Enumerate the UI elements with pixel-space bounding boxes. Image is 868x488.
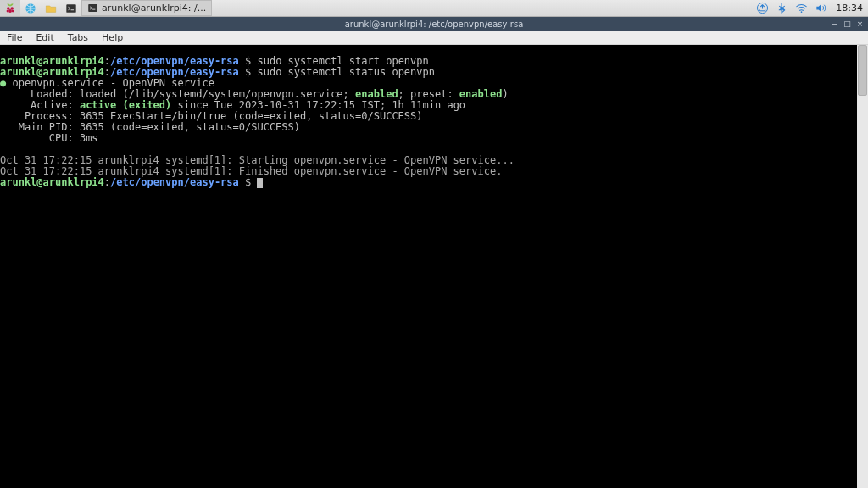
volume-icon[interactable] [815, 2, 827, 14]
svg-point-1 [10, 7, 14, 10]
prompt-user: arunkl@arunklrpi4 [0, 66, 104, 78]
svg-point-2 [8, 9, 12, 13]
svg-rect-6 [66, 4, 75, 13]
command-start: sudo systemctl start openvpn [257, 55, 428, 67]
file-manager-launcher[interactable] [41, 0, 61, 16]
raspberry-pi-icon [4, 3, 16, 14]
terminal-scrollbar[interactable] [857, 45, 868, 488]
svg-point-3 [7, 9, 9, 12]
panel-clock[interactable]: 18:34 [834, 3, 863, 14]
prompt-user: arunkl@arunklrpi4 [0, 55, 104, 67]
web-browser-launcher[interactable] [20, 0, 41, 16]
menu-tabs[interactable]: Tabs [61, 31, 95, 44]
terminal-viewport[interactable]: arunkl@arunklrpi4:/etc/openvpn/easy-rsa … [0, 45, 868, 488]
status-process: Process: 3635 ExecStart=/bin/true (code=… [0, 110, 423, 122]
status-active: active (exited) [80, 99, 171, 111]
system-panel: arunkl@arunklrpi4: /... 18:34 [0, 0, 868, 17]
taskbar-entry-label: arunkl@arunklrpi4: /... [102, 3, 206, 14]
prompt-path: /etc/openvpn/easy-rsa [110, 55, 239, 67]
window-maximize-button[interactable]: □ [843, 19, 852, 28]
start-menu-button[interactable] [0, 0, 20, 16]
menu-edit[interactable]: Edit [29, 31, 60, 44]
prompt-user: arunkl@arunklrpi4 [0, 176, 104, 188]
terminal-cursor [257, 178, 263, 188]
command-status: sudo systemctl status openvpn [257, 66, 435, 78]
system-tray: 18:34 [756, 2, 868, 14]
status-enabled: enabled [355, 88, 398, 100]
scrollbar-thumb[interactable] [858, 45, 867, 96]
folder-icon [45, 3, 57, 14]
terminal-launcher-1[interactable] [61, 0, 81, 16]
updates-icon[interactable] [756, 2, 769, 14]
wifi-icon[interactable] [795, 2, 808, 14]
menu-file[interactable]: File [0, 31, 29, 44]
prompt-path: /etc/openvpn/easy-rsa [110, 66, 239, 78]
log-line-1: Oct 31 17:22:15 arunklrpi4 systemd[1]: S… [0, 154, 515, 166]
globe-icon [25, 3, 36, 14]
window-title-text: arunkl@arunklrpi4: /etc/openvpn/easy-rsa [0, 19, 868, 29]
window-minimize-button[interactable]: − [830, 19, 839, 28]
window-controls: − □ × [830, 19, 865, 28]
prompt-path: /etc/openvpn/easy-rsa [110, 176, 239, 188]
status-service-line: openvpn.service - OpenVPN service [6, 77, 214, 89]
svg-point-4 [12, 9, 14, 12]
bluetooth-icon[interactable] [776, 2, 788, 14]
window-titlebar[interactable]: arunkl@arunklrpi4: /etc/openvpn/easy-rsa… [0, 17, 868, 30]
menu-help[interactable]: Help [95, 31, 130, 44]
terminal-icon [87, 3, 98, 14]
window-close-button[interactable]: × [855, 19, 865, 28]
svg-point-0 [7, 7, 10, 10]
taskbar-entry-terminal[interactable]: arunkl@arunklrpi4: /... [81, 0, 212, 16]
log-line-2: Oct 31 17:22:15 arunklrpi4 systemd[1]: F… [0, 165, 502, 177]
window-menubar: File Edit Tabs Help [0, 30, 868, 45]
status-cpu: CPU: 3ms [0, 132, 98, 144]
status-mainpid: Main PID: 3635 (code=exited, status=0/SU… [0, 121, 300, 133]
svg-rect-7 [88, 4, 97, 12]
terminal-icon [65, 3, 77, 14]
svg-point-9 [801, 11, 803, 13]
